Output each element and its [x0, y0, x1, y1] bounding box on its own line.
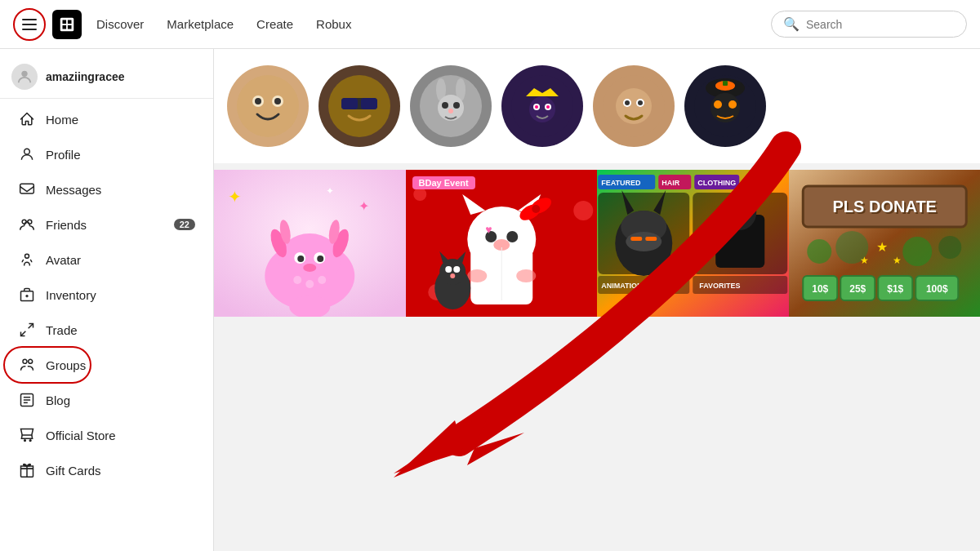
- nav-marketplace[interactable]: Marketplace: [167, 17, 234, 31]
- svg-point-123: [724, 194, 756, 230]
- svg-point-16: [23, 359, 27, 363]
- body-area: amaziingracee Home Profile Messages: [0, 49, 980, 551]
- friend-avatar-3[interactable]: [410, 65, 492, 147]
- svg-point-59: [728, 100, 737, 109]
- svg-point-23: [29, 440, 31, 442]
- svg-text:25$: 25$: [849, 283, 866, 295]
- sidebar-item-gift-label: Gift Cards: [46, 464, 101, 478]
- svg-text:$1$: $1$: [887, 283, 903, 295]
- svg-point-70: [297, 256, 304, 262]
- sidebar-item-official-store[interactable]: Official Store: [5, 418, 208, 452]
- svg-point-148: [902, 237, 932, 266]
- friends-icon: [18, 216, 36, 233]
- sidebar-item-messages[interactable]: Messages: [5, 172, 208, 207]
- sidebar-item-trade[interactable]: Trade: [5, 313, 208, 347]
- svg-text:100$: 100$: [925, 283, 947, 295]
- bday-label: BDay Event: [412, 176, 475, 189]
- friend-avatar-4[interactable]: [501, 65, 583, 147]
- blog-icon: [18, 391, 36, 409]
- svg-point-58: [714, 100, 722, 109]
- svg-rect-33: [341, 98, 358, 109]
- svg-point-48: [546, 105, 550, 109]
- sidebar-item-friends-label: Friends: [46, 218, 87, 232]
- search-icon: 🔍: [783, 16, 800, 32]
- main-content: ✦ ✦ ✦: [214, 49, 980, 551]
- sidebar-item-inventory[interactable]: Inventory: [5, 278, 208, 312]
- svg-point-5: [21, 71, 27, 77]
- game-tile-bday[interactable]: BDay Event: [406, 170, 598, 317]
- svg-line-15: [21, 331, 26, 336]
- svg-point-105: [450, 273, 455, 278]
- svg-point-40: [453, 102, 460, 109]
- gift-icon: [18, 461, 36, 479]
- sidebar-item-avatar[interactable]: Avatar: [5, 242, 208, 277]
- sidebar-item-profile-label: Profile: [46, 148, 81, 162]
- svg-point-17: [29, 359, 33, 363]
- svg-point-104: [453, 266, 460, 273]
- game-tile-pls-donate[interactable]: PLS DONATE 10$ 25$ $1$ 100$: [789, 170, 981, 317]
- avatar: [11, 64, 38, 90]
- nav-discover[interactable]: Discover: [96, 17, 144, 31]
- svg-point-79: [305, 280, 314, 288]
- sidebar-item-store-label: Official Store: [46, 429, 116, 442]
- search-input[interactable]: [806, 18, 953, 31]
- friend-avatar-2[interactable]: [318, 65, 400, 147]
- sidebar-item-profile[interactable]: Profile: [5, 137, 208, 171]
- svg-text:10$: 10$: [812, 283, 828, 295]
- friends-row: [214, 49, 980, 163]
- svg-point-78: [293, 276, 301, 284]
- svg-text:FEATURED: FEATURED: [601, 179, 641, 187]
- nav-create[interactable]: Create: [256, 17, 293, 31]
- sidebar-item-home[interactable]: Home: [5, 102, 208, 136]
- svg-point-149: [938, 236, 961, 259]
- sidebar-item-gift-cards[interactable]: Gift Cards: [5, 453, 208, 487]
- svg-point-80: [318, 276, 326, 284]
- svg-point-71: [317, 256, 323, 262]
- svg-rect-2: [68, 20, 72, 24]
- friend-avatar-6[interactable]: [684, 65, 766, 147]
- svg-text:✦: ✦: [228, 188, 242, 206]
- nav-links: Discover Marketplace Create Robux: [96, 17, 351, 31]
- svg-point-38: [438, 95, 464, 121]
- svg-text:CLOTHING: CLOTHING: [697, 179, 736, 187]
- svg-rect-0: [60, 17, 74, 31]
- svg-rect-120: [645, 237, 657, 241]
- svg-text:★: ★: [860, 255, 869, 266]
- search-bar[interactable]: 🔍: [771, 11, 967, 38]
- svg-point-94: [532, 205, 540, 213]
- user-row[interactable]: amaziingracee: [0, 56, 213, 99]
- friend-avatar-1[interactable]: [227, 65, 309, 147]
- sidebar-item-groups-label: Groups: [46, 358, 86, 372]
- hamburger-button[interactable]: [13, 8, 46, 41]
- roblox-logo[interactable]: [52, 10, 82, 39]
- games-row: ✦ ✦ ✦: [214, 170, 980, 317]
- sidebar-item-blog[interactable]: Blog: [5, 383, 208, 417]
- svg-point-29: [255, 98, 261, 104]
- inventory-icon: [18, 286, 36, 304]
- avatar-icon: [18, 251, 36, 269]
- username: amaziingracee: [46, 70, 125, 83]
- svg-point-103: [445, 266, 452, 273]
- svg-point-146: [807, 239, 831, 264]
- sidebar-item-inventory-label: Inventory: [46, 288, 96, 302]
- svg-point-41: [448, 109, 453, 113]
- svg-point-90: [506, 231, 518, 242]
- profile-icon: [18, 145, 36, 163]
- game-tile-axolotl[interactable]: ✦ ✦ ✦: [214, 170, 406, 317]
- friend-avatar-5[interactable]: [593, 65, 675, 147]
- messages-icon: [18, 180, 36, 198]
- sidebar: amaziingracee Home Profile Messages: [0, 49, 214, 551]
- svg-point-39: [442, 102, 448, 109]
- game-tile-featured[interactable]: FEATURED HAIR CLOTHING: [597, 170, 789, 317]
- svg-point-72: [303, 264, 316, 272]
- svg-text:★: ★: [876, 240, 888, 254]
- svg-point-125: [743, 206, 750, 212]
- groups-icon: [18, 356, 36, 374]
- svg-point-6: [24, 149, 30, 154]
- sidebar-item-groups[interactable]: Groups: [5, 348, 208, 382]
- sidebar-item-friends[interactable]: Friends 22: [5, 207, 208, 242]
- svg-rect-4: [68, 24, 72, 29]
- svg-point-26: [237, 75, 299, 137]
- nav-robux[interactable]: Robux: [316, 17, 351, 31]
- svg-point-30: [274, 98, 281, 104]
